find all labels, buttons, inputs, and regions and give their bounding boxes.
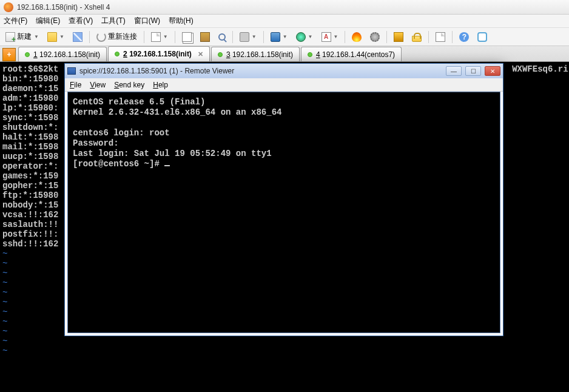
script-button[interactable] xyxy=(367,30,383,44)
properties-icon xyxy=(151,32,161,42)
lock-icon xyxy=(412,36,422,42)
gears-icon xyxy=(370,32,380,42)
menubar: 文件(F) 编辑(E) 查看(V) 工具(T) 窗口(W) 帮助(H) xyxy=(0,15,569,28)
tab-label: 192.168.1.158(init) xyxy=(129,50,192,58)
color-button[interactable]: ▼ xyxy=(268,30,291,44)
menu-edit[interactable]: 编辑(E) xyxy=(36,16,60,26)
rv-menu-sendkey[interactable]: Send key xyxy=(114,81,144,89)
separator xyxy=(232,31,233,43)
encoding-button[interactable]: ▼ xyxy=(293,30,316,44)
close-tab-icon[interactable]: ✕ xyxy=(198,50,203,58)
xftp-button[interactable] xyxy=(349,30,365,44)
status-dot-icon xyxy=(115,52,120,56)
remote-viewer-title: spice://192.168.1.158:5901 (1) - Remote … xyxy=(79,67,442,75)
remote-viewer-menubar: File View Send key Help xyxy=(65,78,503,92)
fire-icon xyxy=(352,32,362,42)
screen-icon xyxy=(271,32,280,42)
menu-tools[interactable]: 工具(T) xyxy=(101,16,125,26)
tabbar: + 1 192.168.1.158(init) 2 192.168.1.158(… xyxy=(0,46,569,62)
globe-icon xyxy=(296,32,306,42)
menu-view[interactable]: 查看(V) xyxy=(69,16,93,26)
remote-viewer-titlebar[interactable]: spice://192.168.1.158:5901 (1) - Remote … xyxy=(65,64,503,78)
tab-2[interactable]: 2 192.168.1.158(init) ✕ xyxy=(108,46,210,61)
tab-4[interactable]: 4 192.168.1.44(centos7) xyxy=(301,47,402,61)
tab-number: 4 xyxy=(316,50,320,59)
tab-label: 192.168.1.158(init) xyxy=(232,50,293,59)
wizard-button[interactable] xyxy=(70,30,86,44)
dropdown-icon: ▼ xyxy=(34,34,39,39)
maximize-button[interactable]: ☐ xyxy=(465,66,481,76)
rv-menu-view[interactable]: View xyxy=(90,81,106,89)
close-button[interactable]: ✕ xyxy=(485,66,500,76)
cursor xyxy=(164,165,170,166)
tab-label: 192.168.1.44(centos7) xyxy=(322,50,395,59)
new-label: 新建 xyxy=(17,32,32,42)
reconnect-button[interactable]: 重新连接 xyxy=(93,30,140,44)
separator xyxy=(428,31,429,43)
layout-button[interactable] xyxy=(391,30,406,44)
open-button[interactable]: ▼ xyxy=(44,30,67,44)
print-icon xyxy=(240,32,249,42)
remote-viewer-terminal[interactable]: CentOS release 6.5 (Final) Kernel 2.6.32… xyxy=(67,92,500,333)
help-icon xyxy=(459,32,469,42)
tab-number: 1 xyxy=(33,50,38,59)
tab-number: 2 xyxy=(123,50,127,58)
paste-icon xyxy=(200,32,210,42)
remote-viewer-window: spice://192.168.1.158:5901 (1) - Remote … xyxy=(64,63,503,336)
separator xyxy=(386,31,387,43)
menu-window[interactable]: 窗口(W) xyxy=(134,16,160,26)
tab-label: 192.168.1.158(init) xyxy=(39,50,100,59)
add-tab-button[interactable]: + xyxy=(2,48,16,61)
options-icon xyxy=(436,32,445,42)
search-icon xyxy=(218,33,226,41)
new-icon xyxy=(5,32,15,42)
lock-button[interactable] xyxy=(409,30,425,44)
status-dot-icon xyxy=(25,52,30,57)
reconnect-label: 重新连接 xyxy=(108,32,137,42)
separator xyxy=(144,31,144,43)
options-button[interactable] xyxy=(433,30,448,44)
rv-menu-help[interactable]: Help xyxy=(153,81,168,89)
find-button[interactable] xyxy=(215,30,229,44)
wand-icon xyxy=(73,32,82,42)
minimize-button[interactable]: — xyxy=(446,66,462,76)
separator xyxy=(345,31,345,43)
tab-3[interactable]: 3 192.168.1.158(init) xyxy=(211,47,300,61)
help-button[interactable] xyxy=(456,30,472,44)
remote-viewer-icon xyxy=(67,67,76,75)
separator xyxy=(263,31,264,43)
separator xyxy=(175,31,175,43)
separator xyxy=(452,31,453,43)
menu-help[interactable]: 帮助(H) xyxy=(169,16,194,26)
paste-button[interactable] xyxy=(197,30,213,44)
print-button[interactable]: ▼ xyxy=(237,30,260,44)
toolbar: 新建 ▼ ▼ 重新连接 ▼ ▼ ▼ ▼ ▼ xyxy=(0,28,569,46)
grid-icon xyxy=(394,32,403,42)
reconnect-icon xyxy=(96,32,106,42)
folder-icon xyxy=(47,32,57,42)
new-session-button[interactable]: 新建 ▼ xyxy=(2,30,42,44)
status-dot-icon xyxy=(218,52,223,57)
xshell-icon xyxy=(4,2,13,12)
xshell-titlebar: 192.168.1.158(init) - Xshell 4 xyxy=(0,0,569,15)
menu-file[interactable]: 文件(F) xyxy=(4,16,27,26)
status-dot-icon xyxy=(308,52,312,57)
rv-menu-file[interactable]: File xyxy=(70,81,81,89)
separator xyxy=(89,31,90,43)
copy-button[interactable] xyxy=(179,30,195,44)
properties-button[interactable]: ▼ xyxy=(148,30,171,44)
window-title: 192.168.1.158(init) - Xshell 4 xyxy=(17,3,110,12)
font-button[interactable]: ▼ xyxy=(318,30,342,44)
feedback-button[interactable] xyxy=(474,30,490,44)
bubble-icon xyxy=(477,32,487,42)
copy-icon xyxy=(182,32,192,42)
tab-1[interactable]: 1 192.168.1.158(init) xyxy=(18,47,107,61)
font-icon xyxy=(322,32,331,42)
tab-number: 3 xyxy=(226,50,231,59)
